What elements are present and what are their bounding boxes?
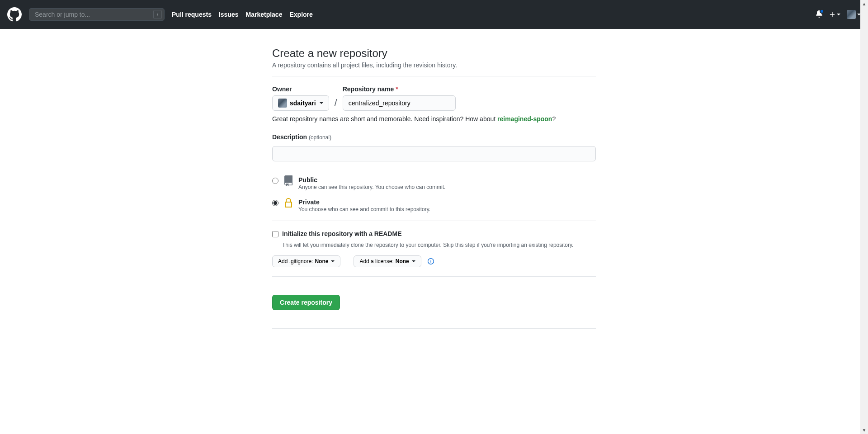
nav-marketplace[interactable]: Marketplace bbox=[246, 11, 283, 18]
owner-name: sdaityari bbox=[290, 99, 316, 107]
divider bbox=[272, 167, 596, 167]
name-hint: Great repository names are short and mem… bbox=[272, 115, 596, 123]
divider bbox=[272, 76, 596, 76]
divider bbox=[272, 221, 596, 221]
slash-separator: / bbox=[335, 97, 337, 111]
divider bbox=[272, 328, 596, 329]
github-logo-icon[interactable] bbox=[7, 7, 22, 22]
lock-icon bbox=[283, 198, 294, 210]
owner-select-button[interactable]: sdaityari bbox=[272, 95, 329, 111]
optional-text: (optional) bbox=[309, 134, 331, 141]
nav-links: Pull requests Issues Marketplace Explore bbox=[172, 11, 313, 18]
desc-label-text: Description bbox=[272, 133, 307, 141]
public-text: Public Anyone can see this repository. Y… bbox=[298, 176, 445, 190]
repo-name-field: Repository name bbox=[343, 85, 456, 111]
license-value: None bbox=[396, 258, 409, 264]
private-radio[interactable] bbox=[272, 200, 278, 206]
create-repository-button[interactable]: Create repository bbox=[272, 295, 340, 310]
gitignore-value: None bbox=[315, 258, 328, 264]
private-note: You choose who can see and commit to thi… bbox=[298, 206, 430, 212]
owner-field: Owner sdaityari bbox=[272, 85, 329, 111]
repo-name-label: Repository name bbox=[343, 85, 456, 93]
main-content: Create a new repository A repository con… bbox=[272, 29, 596, 356]
avatar bbox=[278, 99, 287, 108]
slash-key-hint: / bbox=[153, 10, 162, 19]
scroll-up-arrow[interactable]: ▲ bbox=[860, 0, 868, 8]
owner-label: Owner bbox=[272, 85, 329, 93]
user-menu[interactable] bbox=[847, 10, 861, 19]
visibility-private-option: Private You choose who can see and commi… bbox=[272, 198, 596, 212]
init-readme-note: This will let you immediately clone the … bbox=[282, 242, 596, 248]
nav-pull-requests[interactable]: Pull requests bbox=[172, 11, 212, 18]
caret-down-icon bbox=[412, 260, 415, 262]
page-subtitle: A repository contains all project files,… bbox=[272, 61, 596, 69]
repo-name-input[interactable] bbox=[343, 95, 456, 111]
options-row: Add .gitignore: None Add a license: None bbox=[272, 255, 596, 267]
description-label: Description (optional) bbox=[272, 133, 596, 141]
search-input[interactable] bbox=[29, 8, 165, 21]
init-readme-row: Initialize this repository with a README bbox=[272, 230, 596, 240]
name-suggestion-link[interactable]: reimagined-spoon bbox=[497, 115, 552, 123]
visibility-public-option: Public Anyone can see this repository. Y… bbox=[272, 176, 596, 190]
notifications-button[interactable] bbox=[816, 10, 823, 19]
gitignore-label: Add .gitignore: bbox=[278, 258, 313, 264]
global-header: / Pull requests Issues Marketplace Explo… bbox=[0, 0, 868, 29]
info-icon[interactable] bbox=[428, 258, 434, 264]
repo-icon bbox=[283, 175, 294, 188]
nav-issues[interactable]: Issues bbox=[219, 11, 239, 18]
caret-down-icon bbox=[331, 260, 335, 262]
header-right bbox=[816, 10, 861, 19]
caret-down-icon bbox=[320, 102, 323, 104]
hint-prefix: Great repository names are short and mem… bbox=[272, 115, 497, 123]
private-title: Private bbox=[298, 198, 430, 206]
private-text: Private You choose who can see and commi… bbox=[298, 198, 430, 212]
public-title: Public bbox=[298, 176, 445, 184]
plus-icon bbox=[829, 11, 835, 18]
divider bbox=[272, 276, 596, 277]
init-readme-checkbox[interactable] bbox=[272, 231, 278, 237]
avatar bbox=[847, 10, 856, 19]
notification-dot bbox=[820, 9, 824, 14]
owner-name-row: Owner sdaityari / Repository name bbox=[272, 85, 596, 111]
public-radio[interactable] bbox=[272, 178, 278, 184]
vertical-separator bbox=[347, 256, 347, 266]
scrollbar[interactable]: ▲ ▼ bbox=[860, 0, 868, 356]
caret-down-icon bbox=[837, 14, 840, 15]
description-input[interactable] bbox=[272, 146, 596, 161]
hint-suffix: ? bbox=[552, 115, 556, 123]
public-note: Anyone can see this repository. You choo… bbox=[298, 184, 445, 190]
nav-explore[interactable]: Explore bbox=[289, 11, 312, 18]
license-select-button[interactable]: Add a license: None bbox=[354, 255, 421, 267]
license-label: Add a license: bbox=[359, 258, 393, 264]
search-wrap: / bbox=[29, 8, 165, 21]
page-title: Create a new repository bbox=[272, 47, 596, 60]
gitignore-select-button[interactable]: Add .gitignore: None bbox=[272, 255, 340, 267]
init-readme-label: Initialize this repository with a README bbox=[282, 230, 401, 237]
create-new-menu[interactable] bbox=[829, 11, 840, 18]
description-field: Description (optional) bbox=[272, 133, 596, 161]
